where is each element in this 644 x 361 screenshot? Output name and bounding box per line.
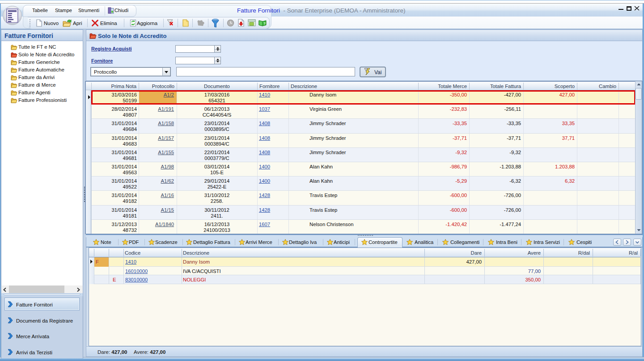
svg-text:?: ? [263, 21, 266, 25]
